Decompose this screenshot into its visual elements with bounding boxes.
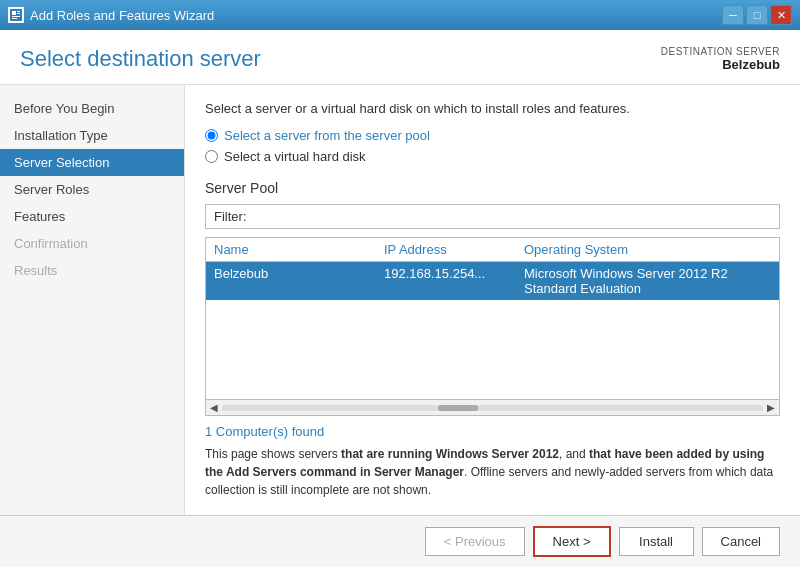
filter-label: Filter: (214, 209, 247, 224)
instruction-text: Select a server or a virtual hard disk o… (205, 101, 780, 116)
header-os: Operating System (524, 242, 771, 257)
radio-virtual-disk-label: Select a virtual hard disk (224, 149, 366, 164)
server-pool-label: Server Pool (205, 180, 780, 196)
wizard-body: Before You Begin Installation Type Serve… (0, 85, 800, 515)
server-table-header: Name IP Address Operating System (206, 238, 779, 262)
close-button[interactable]: ✕ (770, 5, 792, 25)
sidebar-item-results: Results (0, 257, 184, 284)
main-content: Select a server or a virtual hard disk o… (185, 85, 800, 515)
wizard-footer: < Previous Next > Install Cancel (0, 515, 800, 567)
info-text: This page shows servers that are running… (205, 445, 780, 499)
cancel-button[interactable]: Cancel (702, 527, 780, 556)
server-table: Name IP Address Operating System Belzebu… (205, 237, 780, 416)
filter-input[interactable] (255, 209, 772, 224)
row-ip: 192.168.15.254... (384, 266, 524, 296)
title-bar-controls: ─ □ ✕ (722, 5, 792, 25)
minimize-button[interactable]: ─ (722, 5, 744, 25)
header-name: Name (214, 242, 384, 257)
previous-button[interactable]: < Previous (425, 527, 525, 556)
destination-server-name: Belzebub (661, 57, 780, 72)
svg-rect-2 (17, 11, 20, 12)
radio-server-pool-input[interactable] (205, 129, 218, 142)
svg-rect-5 (12, 18, 17, 19)
svg-rect-1 (12, 11, 16, 15)
next-button[interactable]: Next > (533, 526, 611, 557)
radio-server-pool[interactable]: Select a server from the server pool (205, 128, 780, 143)
maximize-button[interactable]: □ (746, 5, 768, 25)
radio-virtual-disk[interactable]: Select a virtual hard disk (205, 149, 780, 164)
sidebar: Before You Begin Installation Type Serve… (0, 85, 185, 515)
table-row[interactable]: Belzebub 192.168.15.254... Microsoft Win… (206, 262, 779, 300)
horizontal-scrollbar[interactable]: ◀ ▶ (206, 399, 779, 415)
header-ip: IP Address (384, 242, 524, 257)
svg-rect-3 (17, 13, 20, 14)
svg-rect-4 (12, 16, 20, 17)
radio-virtual-disk-input[interactable] (205, 150, 218, 163)
sidebar-item-server-roles[interactable]: Server Roles (0, 176, 184, 203)
destination-server-info: DESTINATION SERVER Belzebub (661, 46, 780, 72)
radio-server-pool-label: Select a server from the server pool (224, 128, 430, 143)
sidebar-item-installation-type[interactable]: Installation Type (0, 122, 184, 149)
scroll-thumb (438, 405, 478, 411)
title-bar-title: Add Roles and Features Wizard (30, 8, 214, 23)
row-name: Belzebub (214, 266, 384, 296)
wizard-container: Select destination server DESTINATION SE… (0, 30, 800, 567)
sidebar-item-confirmation: Confirmation (0, 230, 184, 257)
title-bar: Add Roles and Features Wizard ─ □ ✕ (0, 0, 800, 30)
sidebar-item-server-selection[interactable]: Server Selection (0, 149, 184, 176)
wizard-header: Select destination server DESTINATION SE… (0, 30, 800, 85)
install-button[interactable]: Install (619, 527, 694, 556)
filter-row: Filter: (205, 204, 780, 229)
server-pool-section: Server Pool Filter: Name IP Address Oper… (205, 180, 780, 499)
page-title: Select destination server (20, 46, 261, 72)
scroll-right-arrow[interactable]: ▶ (767, 402, 775, 413)
server-table-body: Belzebub 192.168.15.254... Microsoft Win… (206, 262, 779, 399)
row-os: Microsoft Windows Server 2012 R2 Standar… (524, 266, 771, 296)
destination-server-label: DESTINATION SERVER (661, 46, 780, 57)
scroll-left-arrow[interactable]: ◀ (210, 402, 218, 413)
scroll-track (222, 405, 763, 411)
computers-found: 1 Computer(s) found (205, 424, 780, 439)
sidebar-item-features[interactable]: Features (0, 203, 184, 230)
sidebar-item-before-you-begin[interactable]: Before You Begin (0, 95, 184, 122)
wizard-icon (8, 7, 24, 23)
